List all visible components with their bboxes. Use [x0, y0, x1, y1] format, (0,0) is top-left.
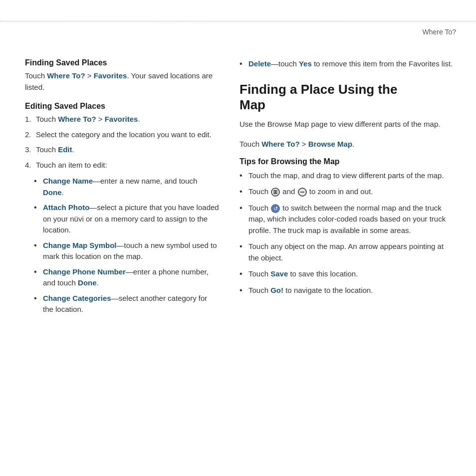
map-title-line1: Finding a Place Using the	[239, 82, 397, 97]
step-2-content: Select the category and the location you…	[36, 129, 212, 141]
editing-title: Editing Saved Places	[25, 102, 220, 111]
change-name-done: Done	[43, 188, 62, 197]
change-phone-done: Done	[78, 278, 97, 287]
tip-5: Touch Save to save this location.	[239, 268, 456, 280]
tip-1: Touch the map, and drag to view differen…	[239, 170, 456, 182]
right-column: Delete—touch Yes to remove this item fro…	[235, 58, 456, 320]
step-1-where-to: Where To?	[58, 115, 96, 123]
main-content: Finding Saved Places Touch Where To? > F…	[0, 42, 476, 320]
finding-body: Touch Where To? > Favorites. Your saved …	[25, 70, 220, 93]
arrow-icon	[271, 204, 280, 213]
map-intro: Use the Browse Map page to view differen…	[239, 119, 456, 130]
tip-3: Touch to switch between the normal map a…	[239, 203, 456, 237]
bullet-delete: Delete—touch Yes to remove this item fro…	[239, 58, 456, 70]
step-1-favorites: Favorites	[105, 115, 138, 123]
bullet-delete-content: Delete—touch Yes to remove this item fro…	[248, 58, 456, 70]
touch-browse-map-line: Touch Where To? > Browse Map.	[239, 139, 456, 150]
bullet-change-name-content: Change Name—enter a new name, and touch …	[43, 176, 220, 198]
tip-4: Touch any object on the map. An arrow ap…	[239, 241, 456, 263]
finding-where-to: Where To?	[47, 71, 85, 80]
editing-step-2: 2. Select the category and the location …	[25, 129, 220, 141]
editing-step-1: 1. Touch Where To? > Favorites.	[25, 114, 220, 125]
bullet-attach-photo: Attach Photo—select a picture that you h…	[34, 202, 220, 236]
bullet-change-map-symbol-content: Change Map Symbol—touch a new symbol use…	[43, 240, 220, 262]
step-num-1: 1.	[25, 114, 36, 125]
bullet-attach-photo-content: Attach Photo—select a picture that you h…	[43, 202, 220, 236]
editing-step-3: 3. Touch Edit.	[25, 144, 220, 156]
editing-bullets-list: Change Name—enter a new name, and touch …	[34, 176, 220, 315]
change-categories-label: Change Categories	[43, 294, 111, 302]
tip-1-content: Touch the map, and drag to view differen…	[248, 170, 456, 182]
step-num-4: 4.	[25, 160, 36, 171]
tip-4-content: Touch any object on the map. An arrow ap…	[248, 241, 456, 263]
step-num-2: 2.	[25, 129, 36, 141]
tip-2-content: Touch and to zoom in and out.	[248, 186, 456, 198]
finding-title: Finding Saved Places	[25, 58, 220, 67]
delete-label: Delete	[248, 59, 271, 68]
editing-steps-list: 1. Touch Where To? > Favorites. 2. Selec…	[25, 114, 220, 171]
bullet-change-categories: Change Categories—select another categor…	[34, 293, 220, 315]
tip-5-content: Touch Save to save this location.	[248, 268, 456, 280]
bullet-change-phone: Change Phone Number—enter a phone number…	[34, 266, 220, 289]
tip-save: Save	[270, 269, 288, 278]
map-title-line2: Map	[239, 97, 265, 112]
change-map-symbol-label: Change Map Symbol	[43, 241, 117, 249]
attach-photo-label: Attach Photo	[43, 203, 89, 212]
finding-gt: >	[85, 71, 94, 80]
tip-6-content: Touch Go! to navigate to the location.	[248, 285, 456, 296]
zoom-plus-icon	[271, 188, 280, 197]
step-3-edit: Edit	[58, 145, 72, 154]
editing-step-4: 4. Touch an item to edit:	[25, 160, 220, 171]
tip-3-content: Touch to switch between the normal map a…	[248, 203, 456, 237]
left-column: Finding Saved Places Touch Where To? > F…	[25, 58, 220, 320]
touch-where-to: Where To?	[261, 140, 299, 148]
step-1-content: Touch Where To? > Favorites.	[36, 114, 140, 125]
delete-bullet-list: Delete—touch Yes to remove this item fro…	[239, 58, 456, 70]
tip-go: Go!	[270, 286, 283, 294]
touch-browse-map: Browse Map	[308, 140, 352, 148]
map-section-title: Finding a Place Using the Map	[239, 82, 456, 113]
step-num-3: 3.	[25, 144, 36, 156]
change-name-label: Change Name	[43, 177, 93, 185]
change-phone-label: Change Phone Number	[43, 267, 126, 276]
tip-6: Touch Go! to navigate to the location.	[239, 285, 456, 296]
tips-title: Tips for Browsing the Map	[239, 157, 456, 166]
step-3-content: Touch Edit.	[36, 144, 74, 156]
step-4-content: Touch an item to edit:	[36, 160, 107, 171]
zoom-minus-icon	[298, 188, 307, 197]
delete-yes: Yes	[299, 59, 312, 68]
header-label: Where To?	[423, 28, 456, 36]
page: Where To? Finding Saved Places Touch Whe…	[0, 21, 476, 476]
bullet-change-phone-content: Change Phone Number—enter a phone number…	[43, 266, 220, 289]
bullet-change-categories-content: Change Categories—select another categor…	[43, 293, 220, 315]
bullet-change-map-symbol: Change Map Symbol—touch a new symbol use…	[34, 240, 220, 262]
bullet-change-name: Change Name—enter a new name, and touch …	[34, 176, 220, 198]
tip-2: Touch and to zoom in and out.	[239, 186, 456, 198]
top-divider	[0, 21, 476, 21]
header-text: Where To?	[423, 28, 456, 36]
finding-text-1: Touch	[25, 71, 47, 80]
finding-favorites: Favorites	[94, 71, 127, 80]
tips-list: Touch the map, and drag to view differen…	[239, 170, 456, 296]
